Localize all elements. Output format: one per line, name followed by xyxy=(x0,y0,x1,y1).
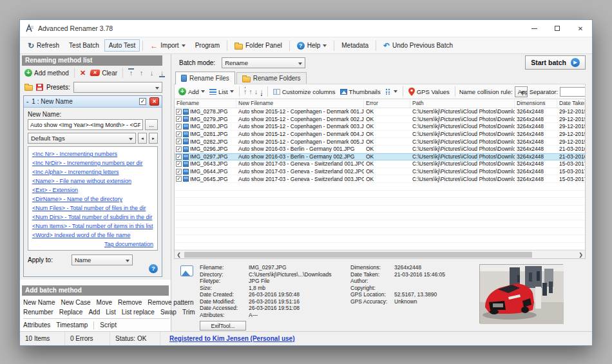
tag-link[interactable]: <Word> Indexed word of the file name xyxy=(32,231,153,240)
minimize-button[interactable] xyxy=(522,20,546,37)
batch-method-move[interactable]: Move xyxy=(97,299,112,306)
row-checkbox[interactable]: ✓ xyxy=(176,116,182,122)
horizontal-scrollbar[interactable]: ❮ ❯ xyxy=(175,250,585,258)
column-header-error[interactable]: Error xyxy=(364,99,410,108)
batch-method-remove[interactable]: Remove xyxy=(118,299,142,306)
table-row[interactable]: ✓IMG_0643.JPG Auto show 2017-03 - Geneva… xyxy=(175,160,585,168)
column-header-path[interactable]: Path xyxy=(410,99,515,108)
batch-method-attributes[interactable]: Attributes xyxy=(23,321,50,329)
move-bottom-icon[interactable]: ↓ xyxy=(158,68,166,77)
move-file-bottom-icon[interactable]: ↓ xyxy=(260,87,263,96)
import-button[interactable]: ← Import xyxy=(146,39,189,52)
tag-link[interactable]: <Inc Alpha> - Incrementing letters xyxy=(32,168,153,177)
scroll-left-icon[interactable]: ❮ xyxy=(175,251,183,259)
new-name-input[interactable] xyxy=(28,119,143,130)
open-preset-icon[interactable] xyxy=(24,85,33,91)
batch-method-timestamp[interactable]: Timestamp xyxy=(56,321,88,329)
apply-to-dropdown[interactable]: Name xyxy=(72,254,133,265)
batch-method-renumber[interactable]: Renumber xyxy=(23,309,53,316)
tag-link[interactable]: <DirName> - Name of the directory xyxy=(32,195,153,204)
tags-category-dropdown[interactable]: Default Tags xyxy=(28,133,136,144)
column-header-date-taken[interactable]: Date Taken xyxy=(557,99,585,108)
batch-method-script[interactable]: Script xyxy=(100,321,117,329)
browse-button[interactable]: ... xyxy=(145,119,158,130)
exiftool-button[interactable]: ExifTool... xyxy=(200,321,246,330)
add-files-button[interactable]: + Add xyxy=(177,87,206,96)
move-file-down-icon[interactable]: ↓ xyxy=(254,87,258,96)
method-help-icon[interactable]: ? xyxy=(149,264,158,273)
method-close-button[interactable]: ✕ xyxy=(149,97,159,106)
table-row[interactable]: ✓IMG_0644.JPG Auto show 2017-03 - Geneva… xyxy=(175,168,585,176)
collision-rule-dropdown[interactable]: Append number xyxy=(515,86,528,97)
scroll-right-icon[interactable]: ❯ xyxy=(577,251,585,259)
tags-next-button[interactable]: ▸ xyxy=(149,133,158,144)
row-checkbox[interactable]: ✓ xyxy=(176,176,182,182)
batch-method-new-case[interactable]: New Case xyxy=(61,299,90,306)
maximize-button[interactable] xyxy=(546,20,569,37)
close-button[interactable]: ✕ xyxy=(569,20,592,37)
table-row[interactable]: ✓IMG_0280.JPG Auto show 2015-12 - Copenh… xyxy=(175,123,585,131)
table-row[interactable]: ✓IMG_0279.JPG Auto show 2015-12 - Copenh… xyxy=(175,116,585,124)
tag-link[interactable]: <Inc Nr> - Incrementing numbers xyxy=(32,149,153,158)
tag-documentation-link[interactable]: Tag documentation xyxy=(32,240,153,249)
tag-link[interactable]: <Inc NrDir> - Incrementing numbers per d… xyxy=(32,158,153,168)
program-button[interactable]: Program xyxy=(191,39,224,52)
row-checkbox[interactable]: ✓ xyxy=(176,131,182,137)
row-checkbox[interactable]: ✓ xyxy=(176,146,182,152)
folder-panel-button[interactable]: Folder Panel xyxy=(230,39,287,52)
method-enabled-checkbox[interactable]: ✓ xyxy=(139,98,146,105)
move-up-icon[interactable]: ↑ xyxy=(137,68,146,77)
batch-method-add[interactable]: Add xyxy=(88,309,100,316)
help-button[interactable]: ? Help xyxy=(292,39,332,52)
move-file-top-icon[interactable]: ↑ xyxy=(244,87,247,96)
batch-mode-dropdown[interactable]: Rename xyxy=(222,57,305,68)
clear-methods-button[interactable]: ✕ Clear xyxy=(89,69,119,77)
table-row[interactable]: ✓IMG_0645.JPG Auto show 2017-03 - Geneva… xyxy=(175,175,585,183)
column-header-filename[interactable]: Filename xyxy=(175,99,236,108)
method-box-header[interactable]: - 1 : New Name ✓ ✕ xyxy=(24,96,162,108)
thumbnails-button[interactable]: Thumbnails xyxy=(339,88,382,96)
metadata-button[interactable]: Metadata xyxy=(337,39,373,52)
move-file-up-icon[interactable]: ↑ xyxy=(249,87,253,96)
table-row-selected[interactable]: ✓IMG_0297.JPG Auto show 2016-03 - Berlin… xyxy=(175,153,585,161)
refresh-button[interactable]: ↻ Refresh xyxy=(23,39,64,52)
tags-prev-button[interactable]: ◂ xyxy=(138,133,147,144)
row-checkbox[interactable]: ✓ xyxy=(176,154,182,160)
batch-method-replace[interactable]: Replace xyxy=(59,309,83,316)
table-row[interactable]: ✓IMG_0282.JPG Auto show 2015-12 - Copenh… xyxy=(175,138,585,146)
column-header-dimensions[interactable]: Dimensions xyxy=(515,99,557,108)
customize-columns-button[interactable]: Customize columns xyxy=(272,88,337,96)
row-checkbox[interactable]: ✓ xyxy=(176,124,182,129)
collapse-icon[interactable]: - xyxy=(26,98,28,105)
registered-link[interactable]: Registered to Kim Jensen (Personal use) xyxy=(169,335,295,342)
tab-rename-folders[interactable]: Rename Folders xyxy=(236,72,307,84)
table-row[interactable]: ✓IMG_0296.JPG Auto show 2016-03 - Berlin… xyxy=(175,146,585,153)
table-row[interactable]: ✓IMG_0278.JPG Auto show 2015-12 - Copenh… xyxy=(175,108,585,116)
scrollbar-thumb[interactable] xyxy=(184,252,532,258)
batch-method-list-replace[interactable]: List replace xyxy=(122,309,155,316)
save-preset-icon[interactable] xyxy=(36,84,43,91)
row-checkbox[interactable]: ✓ xyxy=(176,169,182,175)
test-batch-button[interactable]: Test Batch xyxy=(64,39,104,52)
batch-method-new-name[interactable]: New Name xyxy=(23,299,55,306)
row-checkbox[interactable]: ✓ xyxy=(176,161,182,167)
row-checkbox[interactable]: ✓ xyxy=(176,139,182,144)
move-top-icon[interactable]: ↑ xyxy=(127,68,135,77)
tag-link[interactable]: <Name> - File name without extension xyxy=(32,177,153,186)
presets-dropdown[interactable] xyxy=(73,82,162,93)
tag-link[interactable]: <Num Dirs> - Total number of subdirs in … xyxy=(32,213,153,222)
tag-link[interactable]: <Num Files> - Total number of files in t… xyxy=(32,204,153,213)
start-batch-button[interactable]: Start batch ▶ xyxy=(525,55,586,70)
view-options-button[interactable] xyxy=(384,88,399,95)
tag-link[interactable]: <Ext> - Extension xyxy=(32,186,153,195)
gps-values-button[interactable]: GPS Values xyxy=(407,87,451,97)
delete-method-icon[interactable]: ✕ xyxy=(79,69,87,77)
add-method-button[interactable]: + Add method xyxy=(23,68,70,77)
row-checkbox[interactable]: ✓ xyxy=(176,109,182,115)
tab-rename-files[interactable]: Rename Files xyxy=(175,72,235,84)
column-header-new-filename[interactable]: New Filename xyxy=(236,99,364,108)
move-down-icon[interactable]: ↓ xyxy=(148,68,156,77)
list-menu-button[interactable]: List xyxy=(208,88,235,96)
auto-test-toggle[interactable]: Auto Test xyxy=(104,39,140,52)
tag-link[interactable]: <Num Items> - Total number of items in t… xyxy=(32,222,153,231)
